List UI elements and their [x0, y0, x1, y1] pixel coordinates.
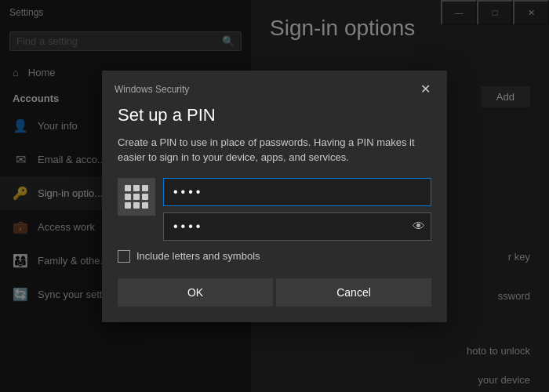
pin-dialog: Windows Security ✕ Set up a PIN Create a…	[102, 71, 447, 322]
pin-input[interactable]	[163, 178, 431, 206]
ok-button[interactable]: OK	[118, 278, 273, 307]
keypad-dot	[125, 202, 131, 209]
checkbox-row: Include letters and symbols	[118, 250, 431, 263]
pin-input-area: 👁	[118, 178, 431, 241]
keypad-dot	[142, 202, 148, 209]
keypad-dot	[133, 185, 140, 191]
pin-fields: 👁	[163, 178, 431, 241]
keypad-dot	[142, 185, 148, 191]
dialog-close-button[interactable]: ✕	[416, 80, 434, 99]
keypad-dot	[142, 194, 148, 200]
confirm-pin-input[interactable]	[163, 212, 431, 241]
keypad-dot	[133, 202, 140, 209]
keypad-grid	[120, 180, 153, 213]
keypad-icon	[118, 178, 155, 216]
dialog-app-name: Windows Security	[115, 84, 189, 95]
dialog-description: Create a PIN to use in place of password…	[118, 135, 431, 165]
confirm-pin-wrapper: 👁	[163, 212, 431, 241]
dialog-overlay: Windows Security ✕ Set up a PIN Create a…	[0, 0, 549, 392]
dialog-buttons: OK Cancel	[118, 278, 431, 307]
dialog-title-bar: Windows Security ✕	[102, 71, 447, 99]
dialog-body: Set up a PIN Create a PIN to use in plac…	[102, 99, 447, 322]
keypad-dot	[125, 194, 131, 200]
keypad-dot	[125, 185, 131, 191]
keypad-dot	[133, 194, 140, 200]
include-symbols-label: Include letters and symbols	[136, 250, 260, 262]
cancel-button[interactable]: Cancel	[276, 278, 431, 307]
include-symbols-checkbox[interactable]	[118, 250, 130, 263]
dialog-heading: Set up a PIN	[118, 105, 431, 125]
eye-icon[interactable]: 👁	[413, 220, 425, 234]
